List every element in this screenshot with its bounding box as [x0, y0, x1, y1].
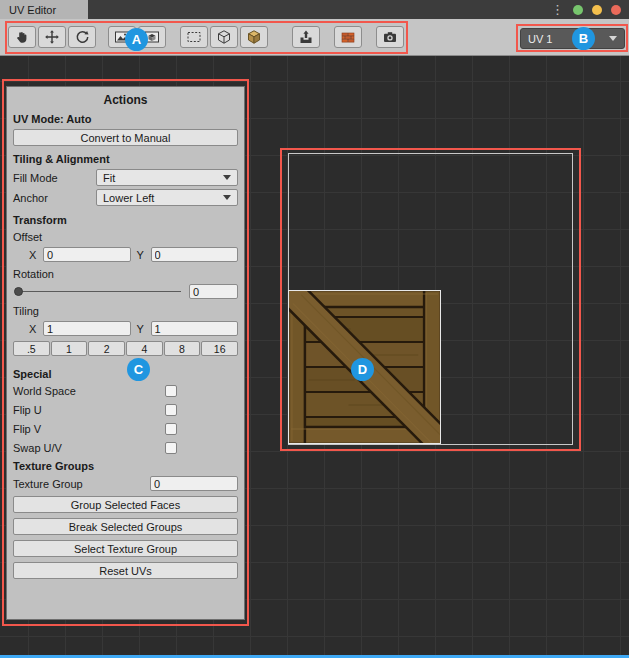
- offset-x-input[interactable]: [43, 247, 131, 262]
- fill-mode-dropdown[interactable]: Fit: [96, 169, 238, 186]
- title-bar: UV Editor ⋮: [0, 0, 629, 19]
- window-dot-green[interactable]: [573, 5, 583, 15]
- world-space-label: World Space: [13, 385, 165, 397]
- group-selected-faces-button[interactable]: Group Selected Faces: [13, 496, 238, 513]
- offset-y-input[interactable]: [151, 247, 239, 262]
- uv-editor-window: UV Editor ⋮: [0, 0, 629, 658]
- bricks-icon: [340, 29, 356, 45]
- titlebar-controls: ⋮: [551, 0, 629, 19]
- rotation-input[interactable]: [189, 284, 238, 299]
- move-tool-button[interactable]: [38, 26, 66, 48]
- pan-tool-button[interactable]: [8, 26, 36, 48]
- uv-channel-value: UV 1: [528, 33, 552, 45]
- reset-uvs-button[interactable]: Reset UVs: [13, 562, 238, 579]
- move-arrows-icon: [44, 29, 60, 45]
- marquee-icon: [186, 29, 202, 45]
- swap-uv-label: Swap U/V: [13, 442, 165, 454]
- panel-title: Actions: [13, 93, 238, 107]
- annotation-badge-c: C: [127, 358, 150, 381]
- annotation-badge-d: D: [351, 358, 374, 381]
- textured-cube-button[interactable]: [240, 26, 268, 48]
- cube-solid-icon: [246, 29, 262, 45]
- tiling-x-label: X: [29, 323, 37, 335]
- rotate-icon: [74, 29, 90, 45]
- fill-mode-value: Fit: [103, 172, 115, 184]
- marquee-select-button[interactable]: [180, 26, 208, 48]
- box-arrow-up-icon: [298, 29, 314, 45]
- screenshot-button[interactable]: [376, 26, 404, 48]
- rotation-label: Rotation: [13, 268, 238, 280]
- tiling-preset-button[interactable]: 1: [51, 341, 88, 356]
- texture-group-label: Texture Group: [13, 478, 150, 490]
- uv-mode-label: UV Mode: Auto: [13, 113, 238, 125]
- tiling-preset-button[interactable]: .5: [13, 341, 50, 356]
- chevron-down-icon: [223, 175, 231, 180]
- chevron-down-icon: [223, 195, 231, 200]
- cube-wireframe-icon: [216, 29, 232, 45]
- texture-groups-header: Texture Groups: [13, 460, 238, 472]
- flip-u-label: Flip U: [13, 404, 165, 416]
- hand-icon: [14, 29, 30, 45]
- rotate-tool-button[interactable]: [68, 26, 96, 48]
- tiling-preset-button[interactable]: 16: [201, 341, 238, 356]
- tiling-alignment-header: Tiling & Alignment: [13, 153, 238, 165]
- tiling-y-input[interactable]: [151, 321, 239, 336]
- anchor-dropdown[interactable]: Lower Left: [96, 189, 238, 206]
- tiling-label: Tiling: [13, 305, 238, 317]
- offset-y-label: Y: [137, 249, 145, 261]
- fill-mode-label: Fill Mode: [13, 172, 96, 184]
- tiling-preset-button[interactable]: 4: [126, 341, 163, 356]
- export-uv-button[interactable]: [292, 26, 320, 48]
- world-space-checkbox[interactable]: [165, 385, 177, 397]
- window-title: UV Editor: [9, 4, 56, 16]
- rotation-slider[interactable]: [13, 284, 183, 299]
- overflow-menu-icon[interactable]: ⋮: [551, 3, 564, 16]
- rotation-slider-thumb[interactable]: [14, 287, 23, 296]
- tiling-x-input[interactable]: [43, 321, 131, 336]
- texture-toggle-button[interactable]: [334, 26, 362, 48]
- break-selected-groups-button[interactable]: Break Selected Groups: [13, 518, 238, 535]
- flip-v-label: Flip V: [13, 423, 165, 435]
- flip-v-checkbox[interactable]: [165, 423, 177, 435]
- window-tab[interactable]: UV Editor: [0, 0, 88, 19]
- convert-to-manual-button[interactable]: Convert to Manual: [13, 129, 238, 146]
- chevron-down-icon: [609, 36, 617, 41]
- offset-label: Offset: [13, 231, 238, 243]
- window-dot-red[interactable]: [611, 5, 621, 15]
- anchor-value: Lower Left: [103, 192, 154, 204]
- tiling-y-label: Y: [137, 323, 145, 335]
- annotation-badge-a: A: [125, 28, 148, 51]
- swap-uv-checkbox[interactable]: [165, 442, 177, 454]
- window-dot-yellow[interactable]: [592, 5, 602, 15]
- tiling-preset-button[interactable]: 2: [88, 341, 125, 356]
- actions-panel: Actions UV Mode: Auto Convert to Manual …: [6, 86, 245, 620]
- offset-x-label: X: [29, 249, 37, 261]
- flip-u-checkbox[interactable]: [165, 404, 177, 416]
- anchor-label: Anchor: [13, 192, 96, 204]
- rotation-slider-track: [15, 291, 181, 292]
- tiling-preset-button[interactable]: 8: [164, 341, 201, 356]
- wireframe-cube-button[interactable]: [210, 26, 238, 48]
- texture-group-input[interactable]: [150, 476, 238, 491]
- special-header: Special: [13, 368, 238, 380]
- camera-icon: [382, 29, 398, 45]
- select-texture-group-button[interactable]: Select Texture Group: [13, 540, 238, 557]
- annotation-badge-b: B: [572, 27, 595, 50]
- transform-header: Transform: [13, 214, 238, 226]
